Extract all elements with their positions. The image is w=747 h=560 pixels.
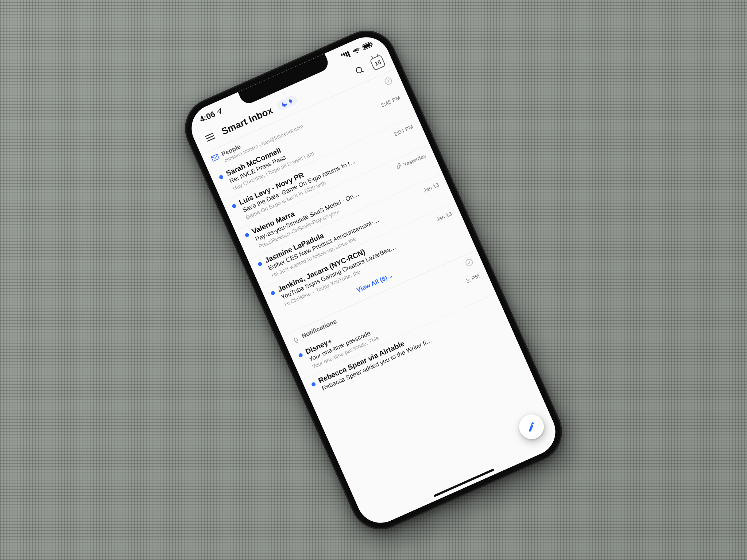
- location-icon: [216, 108, 223, 115]
- moon-icon: [280, 100, 289, 109]
- status-time: 4:06: [198, 109, 217, 125]
- unread-dot-icon: [232, 203, 237, 209]
- svg-line-4: [206, 136, 214, 139]
- checkmark-circle-icon: [464, 257, 475, 268]
- search-button[interactable]: [351, 61, 370, 80]
- chevron-down-icon: ⌄: [387, 272, 394, 279]
- battery-icon: [361, 40, 374, 50]
- bolt-icon: [287, 97, 294, 105]
- mail-icon: [211, 153, 220, 163]
- cellular-signal-icon: [341, 50, 351, 60]
- svg-rect-1: [363, 43, 371, 49]
- menu-button[interactable]: [201, 128, 220, 147]
- hamburger-icon: [204, 132, 216, 143]
- select-all-button[interactable]: [464, 257, 475, 269]
- unread-dot-icon: [218, 175, 224, 180]
- pencil-icon: [525, 420, 538, 433]
- select-all-button[interactable]: [383, 76, 394, 88]
- unread-dot-icon: [270, 291, 276, 296]
- unread-dot-icon: [311, 382, 316, 387]
- unread-dot-icon: [244, 233, 250, 238]
- svg-line-3: [205, 133, 213, 137]
- phone-body: 4:06 Smart Inbox: [175, 21, 572, 539]
- calendar-button[interactable]: 15: [369, 54, 386, 71]
- unread-dot-icon: [298, 353, 303, 358]
- phone-screen: 4:06 Smart Inbox: [184, 30, 563, 530]
- search-icon: [354, 64, 366, 77]
- svg-line-5: [208, 138, 215, 141]
- wifi-icon: [351, 46, 361, 55]
- phone-mockup: 4:06 Smart Inbox: [175, 21, 572, 539]
- svg-point-6: [355, 66, 363, 74]
- dnd-toggle[interactable]: [275, 94, 299, 112]
- checkmark-circle-icon: [383, 76, 394, 86]
- bell-icon: [291, 335, 301, 346]
- calendar-day: 15: [374, 59, 382, 67]
- unread-dot-icon: [258, 261, 263, 267]
